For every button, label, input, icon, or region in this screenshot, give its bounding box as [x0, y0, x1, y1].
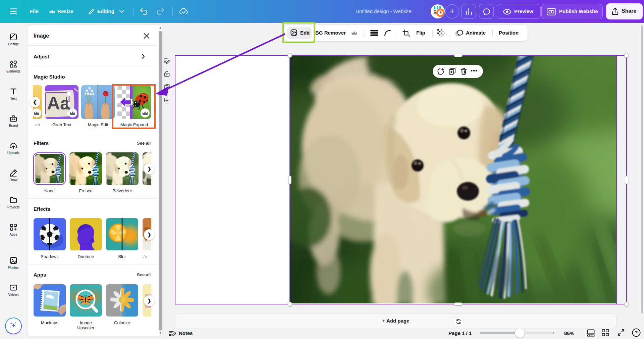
svg-text:?: ?: [635, 330, 638, 335]
svg-text:Aa: Aa: [47, 93, 70, 113]
